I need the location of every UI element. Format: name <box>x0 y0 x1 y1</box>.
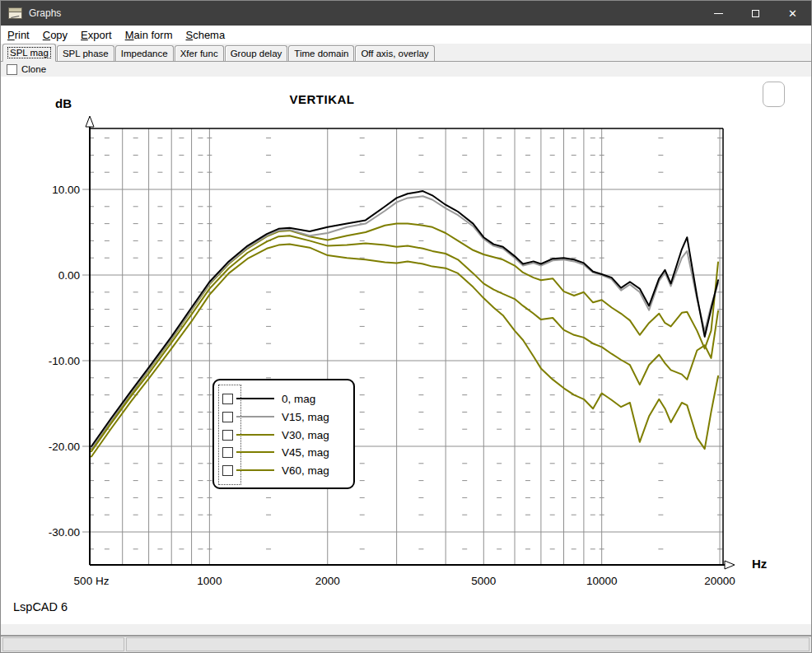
close-button[interactable]: ✕ <box>774 1 811 26</box>
y-tick--10: -10.00 <box>22 355 80 367</box>
legend-line-sample <box>236 451 274 453</box>
maximize-icon <box>752 10 759 17</box>
legend-checkbox-v45-mag[interactable] <box>222 447 233 458</box>
chart-title: VERTIKAL <box>1 92 643 106</box>
legend-checkbox-v30-mag[interactable] <box>222 430 233 441</box>
legend-line-sample <box>236 469 274 471</box>
legend-row-v30-mag: V30, mag <box>214 427 353 443</box>
x-tick-20000: 20000 <box>704 575 735 587</box>
status-panel-main <box>126 637 810 651</box>
tab-label: SPL mag <box>8 48 50 58</box>
tab-label: Time domain <box>294 49 348 58</box>
tab-time-domain[interactable]: Time domain <box>288 45 354 61</box>
close-icon: ✕ <box>788 8 797 19</box>
x-tick-2000: 2000 <box>315 575 340 587</box>
app-name-label: LspCAD 6 <box>13 600 68 613</box>
app-icon <box>8 7 22 19</box>
legend-line-sample <box>236 398 274 399</box>
window-controls: ✕ <box>700 1 811 26</box>
status-panel-left <box>2 637 124 651</box>
clone-row: Clone <box>1 62 811 77</box>
tab-strip: SPL magSPL phaseImpedanceXfer funcGroup … <box>1 44 811 62</box>
menu-item-export[interactable]: Export <box>81 29 112 41</box>
x-axis-label: Hz <box>752 557 767 571</box>
legend-line-sample <box>236 434 274 436</box>
x-tick-1000: 1000 <box>197 575 222 587</box>
status-bar <box>1 637 811 653</box>
tab-spl-mag[interactable]: SPL mag <box>2 44 56 62</box>
legend-checkbox-v60-mag[interactable] <box>222 465 233 476</box>
curve-v60-mag <box>91 245 718 457</box>
y-tick-0: 0.00 <box>22 269 80 282</box>
y-tick--30: -30.00 <box>22 526 80 539</box>
legend-row-v45-mag: V45, mag <box>214 444 353 460</box>
tab-impedance[interactable]: Impedance <box>115 45 174 61</box>
minimize-button[interactable] <box>700 1 737 26</box>
x-tick-5000: 5000 <box>471 575 496 587</box>
graphs-window: Graphs ✕ PrintCopyExportMain formSchema … <box>0 0 812 653</box>
menu-item-schema[interactable]: Schema <box>185 29 225 41</box>
legend-label: V30, mag <box>282 429 329 441</box>
corner-button[interactable] <box>763 82 785 107</box>
legend-line-sample <box>236 416 274 417</box>
legend-row-v15-mag: V15, mag <box>214 408 353 425</box>
clone-checkbox[interactable] <box>7 64 17 75</box>
x-axis-arrow-icon <box>725 561 735 569</box>
chart-legend: 0, magV15, magV30, magV45, magV60, mag <box>212 379 355 489</box>
y-axis-arrow-icon <box>86 116 94 127</box>
tab-label: Xfer func <box>180 49 218 58</box>
legend-label: V45, mag <box>282 446 329 459</box>
legend-checkbox-0-mag[interactable] <box>222 394 233 404</box>
title-bar: Graphs ✕ <box>1 1 811 26</box>
minimize-icon <box>714 13 723 14</box>
legend-label: 0, mag <box>282 393 315 405</box>
legend-row-v60-mag: V60, mag <box>214 462 353 478</box>
legend-row-0-mag: 0, mag <box>214 390 353 407</box>
bottom-strip <box>1 624 811 637</box>
menu-item-main-form[interactable]: Main form <box>125 29 173 41</box>
tab-off-axis-overlay[interactable]: Off axis, overlay <box>355 45 434 61</box>
tab-label: Off axis, overlay <box>361 49 428 58</box>
y-tick-10: 10.00 <box>22 184 80 196</box>
tab-xfer-func[interactable]: Xfer func <box>175 45 224 61</box>
y-tick-labels: 10.000.00-10.00-20.00-30.00 <box>22 1 80 632</box>
maximize-button[interactable] <box>737 1 774 26</box>
curve-v30-mag <box>91 224 718 449</box>
spl-chart <box>1 77 812 625</box>
tab-group-delay[interactable]: Group delay <box>225 45 288 61</box>
legend-checkbox-v15-mag[interactable] <box>222 412 233 422</box>
legend-label: V60, mag <box>282 464 329 477</box>
tab-label: Group delay <box>231 49 282 58</box>
menu-bar: PrintCopyExportMain formSchema <box>1 26 811 44</box>
legend-label: V15, mag <box>282 411 329 423</box>
x-tick-10000: 10000 <box>586 575 618 587</box>
curve-v45-mag <box>91 236 718 451</box>
y-tick--20: -20.00 <box>22 441 80 453</box>
tab-label: Impedance <box>121 49 168 58</box>
